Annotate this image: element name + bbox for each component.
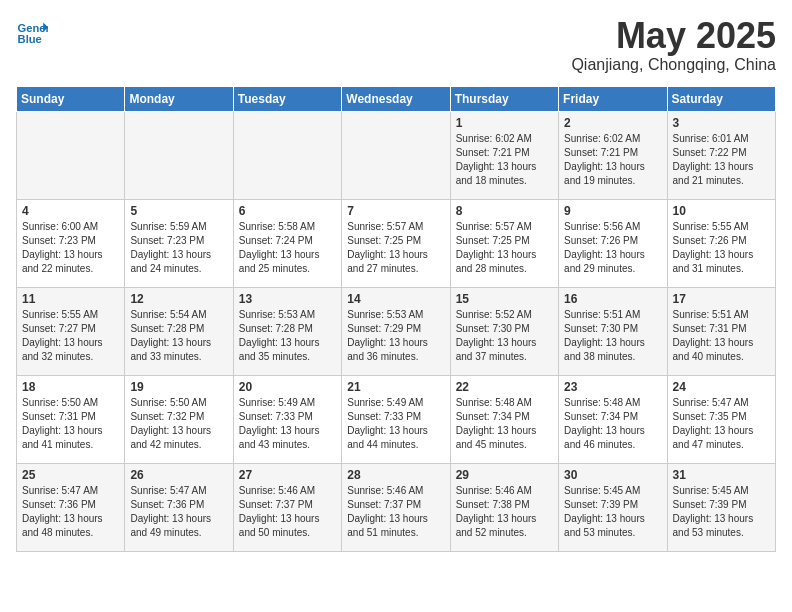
day-cell: 1Sunrise: 6:02 AMSunset: 7:21 PMDaylight… [450, 111, 558, 199]
day-number: 19 [130, 380, 227, 394]
day-info: Sunrise: 5:46 AMSunset: 7:37 PMDaylight:… [347, 484, 444, 540]
header-row: Sunday Monday Tuesday Wednesday Thursday… [17, 86, 776, 111]
day-cell: 8Sunrise: 5:57 AMSunset: 7:25 PMDaylight… [450, 199, 558, 287]
col-saturday: Saturday [667, 86, 775, 111]
svg-text:Blue: Blue [18, 33, 42, 45]
day-info: Sunrise: 5:49 AMSunset: 7:33 PMDaylight:… [347, 396, 444, 452]
day-cell: 12Sunrise: 5:54 AMSunset: 7:28 PMDayligh… [125, 287, 233, 375]
day-info: Sunrise: 5:46 AMSunset: 7:37 PMDaylight:… [239, 484, 336, 540]
day-info: Sunrise: 5:46 AMSunset: 7:38 PMDaylight:… [456, 484, 553, 540]
day-cell: 23Sunrise: 5:48 AMSunset: 7:34 PMDayligh… [559, 375, 667, 463]
day-cell: 26Sunrise: 5:47 AMSunset: 7:36 PMDayligh… [125, 463, 233, 551]
day-info: Sunrise: 5:47 AMSunset: 7:36 PMDaylight:… [22, 484, 119, 540]
day-number: 9 [564, 204, 661, 218]
day-number: 2 [564, 116, 661, 130]
day-cell: 30Sunrise: 5:45 AMSunset: 7:39 PMDayligh… [559, 463, 667, 551]
day-info: Sunrise: 5:48 AMSunset: 7:34 PMDaylight:… [456, 396, 553, 452]
day-number: 28 [347, 468, 444, 482]
week-row-5: 25Sunrise: 5:47 AMSunset: 7:36 PMDayligh… [17, 463, 776, 551]
week-row-3: 11Sunrise: 5:55 AMSunset: 7:27 PMDayligh… [17, 287, 776, 375]
day-cell: 10Sunrise: 5:55 AMSunset: 7:26 PMDayligh… [667, 199, 775, 287]
day-number: 3 [673, 116, 770, 130]
day-cell: 29Sunrise: 5:46 AMSunset: 7:38 PMDayligh… [450, 463, 558, 551]
day-info: Sunrise: 5:52 AMSunset: 7:30 PMDaylight:… [456, 308, 553, 364]
day-info: Sunrise: 5:55 AMSunset: 7:26 PMDaylight:… [673, 220, 770, 276]
day-number: 8 [456, 204, 553, 218]
day-number: 15 [456, 292, 553, 306]
day-cell [17, 111, 125, 199]
day-cell: 22Sunrise: 5:48 AMSunset: 7:34 PMDayligh… [450, 375, 558, 463]
day-info: Sunrise: 5:54 AMSunset: 7:28 PMDaylight:… [130, 308, 227, 364]
week-row-4: 18Sunrise: 5:50 AMSunset: 7:31 PMDayligh… [17, 375, 776, 463]
day-number: 21 [347, 380, 444, 394]
page-header: General Blue May 2025 Qianjiang, Chongqi… [16, 16, 776, 74]
day-number: 10 [673, 204, 770, 218]
day-info: Sunrise: 5:49 AMSunset: 7:33 PMDaylight:… [239, 396, 336, 452]
day-cell: 13Sunrise: 5:53 AMSunset: 7:28 PMDayligh… [233, 287, 341, 375]
day-info: Sunrise: 5:47 AMSunset: 7:35 PMDaylight:… [673, 396, 770, 452]
day-info: Sunrise: 5:51 AMSunset: 7:31 PMDaylight:… [673, 308, 770, 364]
week-row-2: 4Sunrise: 6:00 AMSunset: 7:23 PMDaylight… [17, 199, 776, 287]
day-info: Sunrise: 5:55 AMSunset: 7:27 PMDaylight:… [22, 308, 119, 364]
col-thursday: Thursday [450, 86, 558, 111]
day-info: Sunrise: 5:51 AMSunset: 7:30 PMDaylight:… [564, 308, 661, 364]
day-cell: 11Sunrise: 5:55 AMSunset: 7:27 PMDayligh… [17, 287, 125, 375]
day-cell: 9Sunrise: 5:56 AMSunset: 7:26 PMDaylight… [559, 199, 667, 287]
day-cell: 31Sunrise: 5:45 AMSunset: 7:39 PMDayligh… [667, 463, 775, 551]
day-cell: 20Sunrise: 5:49 AMSunset: 7:33 PMDayligh… [233, 375, 341, 463]
day-number: 17 [673, 292, 770, 306]
day-number: 26 [130, 468, 227, 482]
day-info: Sunrise: 5:53 AMSunset: 7:29 PMDaylight:… [347, 308, 444, 364]
day-number: 6 [239, 204, 336, 218]
col-sunday: Sunday [17, 86, 125, 111]
day-number: 18 [22, 380, 119, 394]
day-number: 13 [239, 292, 336, 306]
day-cell: 6Sunrise: 5:58 AMSunset: 7:24 PMDaylight… [233, 199, 341, 287]
day-cell: 19Sunrise: 5:50 AMSunset: 7:32 PMDayligh… [125, 375, 233, 463]
logo: General Blue [16, 16, 48, 48]
day-cell: 27Sunrise: 5:46 AMSunset: 7:37 PMDayligh… [233, 463, 341, 551]
col-wednesday: Wednesday [342, 86, 450, 111]
day-cell [233, 111, 341, 199]
day-number: 14 [347, 292, 444, 306]
col-monday: Monday [125, 86, 233, 111]
title-block: May 2025 Qianjiang, Chongqing, China [571, 16, 776, 74]
calendar-table: Sunday Monday Tuesday Wednesday Thursday… [16, 86, 776, 552]
day-number: 27 [239, 468, 336, 482]
day-cell: 16Sunrise: 5:51 AMSunset: 7:30 PMDayligh… [559, 287, 667, 375]
day-cell: 17Sunrise: 5:51 AMSunset: 7:31 PMDayligh… [667, 287, 775, 375]
day-number: 25 [22, 468, 119, 482]
day-info: Sunrise: 5:53 AMSunset: 7:28 PMDaylight:… [239, 308, 336, 364]
day-info: Sunrise: 5:50 AMSunset: 7:32 PMDaylight:… [130, 396, 227, 452]
day-cell: 21Sunrise: 5:49 AMSunset: 7:33 PMDayligh… [342, 375, 450, 463]
col-friday: Friday [559, 86, 667, 111]
day-cell [125, 111, 233, 199]
day-info: Sunrise: 5:45 AMSunset: 7:39 PMDaylight:… [673, 484, 770, 540]
day-number: 24 [673, 380, 770, 394]
logo-icon: General Blue [16, 16, 48, 48]
day-info: Sunrise: 5:59 AMSunset: 7:23 PMDaylight:… [130, 220, 227, 276]
day-cell: 18Sunrise: 5:50 AMSunset: 7:31 PMDayligh… [17, 375, 125, 463]
day-cell: 3Sunrise: 6:01 AMSunset: 7:22 PMDaylight… [667, 111, 775, 199]
day-number: 4 [22, 204, 119, 218]
day-info: Sunrise: 5:57 AMSunset: 7:25 PMDaylight:… [347, 220, 444, 276]
day-info: Sunrise: 5:57 AMSunset: 7:25 PMDaylight:… [456, 220, 553, 276]
day-number: 16 [564, 292, 661, 306]
day-number: 1 [456, 116, 553, 130]
day-cell: 5Sunrise: 5:59 AMSunset: 7:23 PMDaylight… [125, 199, 233, 287]
day-number: 23 [564, 380, 661, 394]
day-cell: 2Sunrise: 6:02 AMSunset: 7:21 PMDaylight… [559, 111, 667, 199]
day-cell: 25Sunrise: 5:47 AMSunset: 7:36 PMDayligh… [17, 463, 125, 551]
day-info: Sunrise: 6:02 AMSunset: 7:21 PMDaylight:… [564, 132, 661, 188]
day-info: Sunrise: 5:50 AMSunset: 7:31 PMDaylight:… [22, 396, 119, 452]
day-number: 11 [22, 292, 119, 306]
day-info: Sunrise: 5:45 AMSunset: 7:39 PMDaylight:… [564, 484, 661, 540]
day-number: 5 [130, 204, 227, 218]
day-info: Sunrise: 5:47 AMSunset: 7:36 PMDaylight:… [130, 484, 227, 540]
day-number: 29 [456, 468, 553, 482]
day-info: Sunrise: 5:56 AMSunset: 7:26 PMDaylight:… [564, 220, 661, 276]
day-number: 30 [564, 468, 661, 482]
day-number: 20 [239, 380, 336, 394]
day-cell: 7Sunrise: 5:57 AMSunset: 7:25 PMDaylight… [342, 199, 450, 287]
day-cell [342, 111, 450, 199]
